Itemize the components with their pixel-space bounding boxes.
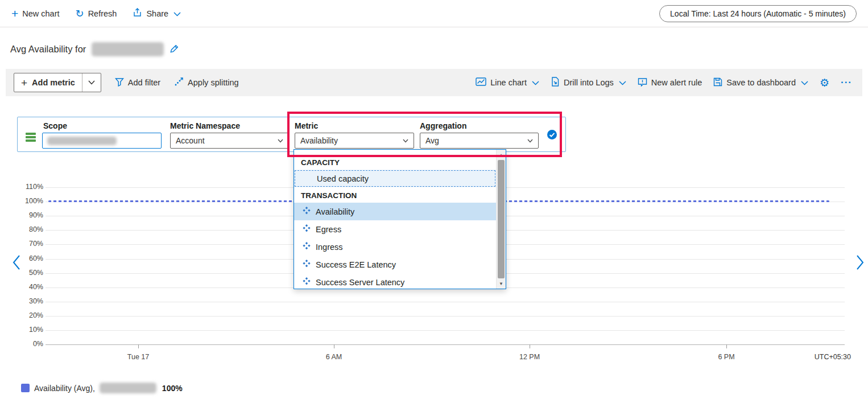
scope-input[interactable] xyxy=(42,133,162,149)
redacted-resource-name xyxy=(92,42,164,56)
add-metric-dropdown-button[interactable] xyxy=(82,73,101,92)
metric-namespace-select[interactable]: Account xyxy=(170,133,289,149)
timezone-label: UTC+05:30 xyxy=(815,353,851,361)
chart-scroll-right-button[interactable] xyxy=(855,254,865,273)
new-chart-label: New chart xyxy=(22,9,59,18)
chart-command-bar: + Add metric Add filter xyxy=(6,69,862,96)
x-axis-label: 6 PM xyxy=(718,353,734,361)
drill-into-logs-button[interactable]: Drill into Logs xyxy=(551,77,626,88)
ellipsis-icon: ··· xyxy=(841,77,852,88)
apply-splitting-button[interactable]: Apply splitting xyxy=(174,77,238,88)
chevron-down-icon xyxy=(403,139,408,143)
dropdown-item-used-capacity[interactable]: Used capacity xyxy=(294,170,496,187)
plus-icon: + xyxy=(21,77,27,88)
x-tick xyxy=(530,344,530,348)
chevron-down-icon xyxy=(278,139,283,143)
metric-diamond-icon xyxy=(302,206,311,217)
legend-item-availability[interactable]: Availability (Avg), 100% xyxy=(21,383,183,393)
apply-splitting-label: Apply splitting xyxy=(188,78,238,87)
refresh-icon: ↻ xyxy=(76,9,84,19)
new-alert-rule-label: New alert rule xyxy=(651,78,702,87)
metric-dropdown-list: CAPACITY Used capacity TRANSACTION Avail… xyxy=(294,149,506,289)
refresh-label: Refresh xyxy=(88,9,117,18)
legend-label: Availability (Avg), xyxy=(34,384,95,393)
dropdown-item-ingress[interactable]: Ingress xyxy=(294,238,496,256)
x-axis-label: 12 PM xyxy=(519,353,540,361)
dropdown-group-header: CAPACITY xyxy=(294,154,496,170)
chart-scroll-left-button[interactable] xyxy=(11,254,22,273)
aggregation-label: Aggregation xyxy=(420,121,466,130)
chevron-down-icon xyxy=(532,78,539,87)
x-tick xyxy=(726,344,727,348)
gear-icon: ⚙ xyxy=(820,77,829,88)
save-icon xyxy=(713,77,722,88)
time-range-label: Local Time: Last 24 hours (Automatic - 5… xyxy=(670,9,846,18)
redacted-scope-value xyxy=(47,137,117,145)
line-chart-icon xyxy=(476,77,486,88)
y-axis-label: 20% xyxy=(11,311,43,319)
metric-namespace-value: Account xyxy=(176,136,205,145)
top-toolbar: + New chart ↻ Refresh Share Local Time: … xyxy=(0,0,868,27)
dropdown-item-label: Used capacity xyxy=(317,174,369,183)
plus-icon: + xyxy=(11,7,18,19)
share-button[interactable]: Share xyxy=(133,8,181,19)
metric-diamond-icon xyxy=(302,241,311,252)
save-to-dashboard-button[interactable]: Save to dashboard xyxy=(713,77,808,88)
metric-diamond-icon xyxy=(302,277,311,287)
time-range-button[interactable]: Local Time: Last 24 hours (Automatic - 5… xyxy=(659,5,857,22)
dropdown-item-label: Availability xyxy=(316,207,354,216)
command-bar-left: + Add metric Add filter xyxy=(14,73,239,92)
alert-icon xyxy=(638,77,647,88)
dropdown-item-egress[interactable]: Egress xyxy=(294,220,496,238)
metric-diamond-icon xyxy=(302,259,311,270)
dropdown-group-header: TRANSACTION xyxy=(294,187,496,203)
metric-select[interactable]: Availability xyxy=(295,133,414,149)
gridline xyxy=(46,330,845,331)
aggregation-value: Avg xyxy=(425,136,439,145)
y-axis-label: 30% xyxy=(11,297,43,305)
chevron-down-icon xyxy=(619,78,626,87)
dropdown-scrollbar[interactable]: ▲ ▼ xyxy=(496,150,506,289)
y-axis-label: 0% xyxy=(11,340,43,348)
filter-icon xyxy=(115,77,124,88)
chart-title: Avg Availability for xyxy=(10,44,86,55)
add-filter-button[interactable]: Add filter xyxy=(115,77,160,88)
chart-type-select[interactable]: Line chart xyxy=(476,77,539,88)
x-axis-label: Tue 17 xyxy=(127,353,149,361)
x-axis-label: 6 AM xyxy=(326,353,342,361)
gridline xyxy=(46,302,845,302)
metric-picker-row: Scope Metric Namespace Account Metric Av… xyxy=(17,117,566,152)
scrollbar-thumb[interactable] xyxy=(498,160,505,278)
new-alert-rule-button[interactable]: New alert rule xyxy=(638,77,702,88)
edit-title-button[interactable] xyxy=(170,44,179,55)
dropdown-item-success-server-latency[interactable]: Success Server Latency xyxy=(294,273,496,289)
add-filter-label: Add filter xyxy=(128,78,160,87)
series-color-swatch xyxy=(21,384,30,392)
metric-diamond-icon xyxy=(302,224,311,235)
scroll-down-icon[interactable]: ▼ xyxy=(497,279,506,288)
aggregation-select[interactable]: Avg xyxy=(420,133,539,149)
dropdown-item-label: Success Server Latency xyxy=(316,278,404,287)
gridline xyxy=(46,316,845,317)
dropdown-item-availability[interactable]: Availability xyxy=(294,203,496,220)
chart-title-row: Avg Availability for xyxy=(10,42,179,56)
dropdown-item-success-e2e-latency[interactable]: Success E2E Latency xyxy=(294,256,496,273)
chevron-down-icon xyxy=(801,78,808,87)
y-axis-label: 90% xyxy=(11,211,43,219)
metric-namespace-label: Metric Namespace xyxy=(170,121,240,130)
settings-button[interactable]: ⚙ xyxy=(820,77,829,88)
refresh-button[interactable]: ↻ Refresh xyxy=(76,9,117,19)
add-metric-button[interactable]: + Add metric xyxy=(14,73,101,92)
share-icon xyxy=(133,8,142,19)
command-bar-right: Line chart Drill into Logs xyxy=(476,77,854,88)
new-chart-button[interactable]: + New chart xyxy=(11,7,60,19)
metric-dropdown-items: CAPACITY Used capacity TRANSACTION Avail… xyxy=(294,150,496,289)
chevron-down-icon xyxy=(173,9,181,18)
scroll-up-icon[interactable]: ▲ xyxy=(497,150,506,159)
more-options-button[interactable]: ··· xyxy=(841,77,852,88)
pencil-icon xyxy=(170,47,179,55)
save-to-dashboard-label: Save to dashboard xyxy=(726,78,796,87)
valid-check-icon xyxy=(547,129,557,142)
add-metric-label: Add metric xyxy=(32,78,75,87)
x-tick xyxy=(138,344,139,348)
